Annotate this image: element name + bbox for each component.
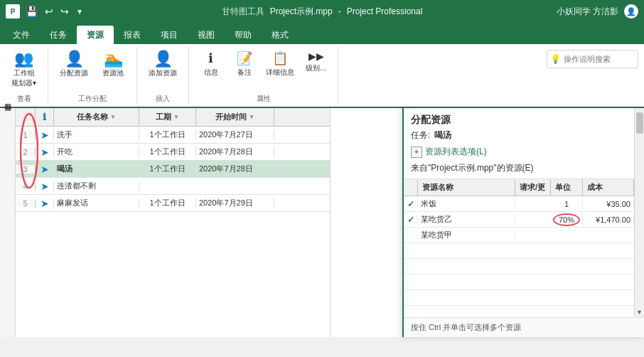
th-task-name-label: 任务名称 [77,112,108,122]
info-label: 信息 [204,68,218,78]
th-duration-label: 工期 [156,112,171,122]
assign-resources-panel: 分配资源 任务: 喝汤 + 资源列表选项(L) 来自"Project示例.mpp… [402,108,644,337]
search-input[interactable] [564,55,635,63]
th-task-name[interactable]: 任务名称 ▼ [54,108,139,126]
td-row-num-3: 3 [16,165,36,174]
ribbon-group-insert-label: 插入 [143,92,183,104]
panel-options-row[interactable]: 资源列表选项(L) [425,144,487,159]
user-avatar[interactable]: 👤 [624,4,638,18]
details-label: 详细信息 [266,68,294,78]
td-row-num-4: 4 [16,182,36,191]
add-resource-button[interactable]: 👤 添加资源 [143,48,183,81]
main-area: 甘特图 ℹ 任务名称 ▼ 工期 ▼ 开始时间 ▼ [0,108,644,337]
dash-separator: - [338,6,341,16]
tab-view[interactable]: 视图 [188,26,225,44]
resource-row[interactable]: ✓ 米饭 1 ¥35.00 [404,196,644,212]
tab-help[interactable]: 帮助 [225,26,262,44]
td-row-num-2: 2 [16,148,36,156]
resource-row[interactable]: ✓ 某吃货乙 70% ¥1,470.00 [404,212,644,228]
resource-row [404,306,644,317]
rth-units: 单位 [551,179,583,196]
rtd-units-1: 1 [551,200,583,208]
td-start-1: 2020年7月27日 [196,129,274,140]
td-row-num-5: 5 [16,199,36,208]
panel-scrollbar[interactable]: ▼ [634,108,644,317]
td-flag-2: ➤ [36,146,54,158]
th-row-num [16,108,36,126]
rth-cost: 成本 [583,179,634,196]
title-bar-center: 甘特图工具 Project示例.mpp - Project Profession… [222,6,423,18]
table-row[interactable]: 2 ➤ 开吃 1个工作日 2020年7月28日 [16,144,330,161]
table-row[interactable]: 1 ➤ 洗手 1个工作日 2020年7月27日 [16,127,330,144]
workgroup-planner-button[interactable]: 👥 工作组规划器▾ [6,48,42,91]
scrollbar-thumb[interactable] [636,112,643,134]
panel-options-label: 资源列表选项(L) [425,146,487,158]
th-start-label: 开始时间 [215,112,247,122]
resource-row[interactable]: 某吃货甲 [404,228,644,243]
app-name: Project Professional [347,6,423,16]
gantt-tool-label: 甘特图工具 [222,6,264,18]
pool-label: 资源池 [102,68,124,78]
td-row-num-1: 1 [16,131,36,139]
user-name: 小妖同学 方洁影 [557,6,618,18]
redo-icon[interactable]: ↪ [59,4,70,18]
tab-task[interactable]: 任务 [40,26,77,44]
task-arrow-icon-2: ➤ [41,146,49,158]
td-duration-3: 1个工作日 [139,164,196,174]
rtd-name-3: 某吃货甲 [418,230,515,240]
td-flag-4: ➤ [36,181,54,192]
quick-access-dropdown[interactable]: ▼ [75,6,85,17]
resource-row [404,275,644,290]
resource-row [404,243,644,259]
panel-expand-row: + 资源列表选项(L) [411,144,637,159]
table-row-selected[interactable]: 3 ➤ 喝汤 1个工作日 2020年7月28日 [16,161,330,178]
tab-project[interactable]: 项目 [151,26,188,44]
undo-icon[interactable]: ↩ [43,4,55,18]
resource-table-header: 资源名称 请求/更 单位 成本 [404,179,644,196]
th-start-sort: ▼ [249,114,254,120]
task-arrow-icon-1: ➤ [41,129,49,141]
panel-task-name: 喝汤 [434,129,451,142]
search-bar[interactable]: 💡 [547,50,638,68]
scroll-down-arrow[interactable]: ▼ [636,309,643,316]
project-table: ℹ 任务名称 ▼ 工期 ▼ 开始时间 ▼ 1 ➤ 洗手 [16,108,330,337]
search-icon: 💡 [550,54,561,64]
table-row[interactable]: 4 ➤ 连渣都不剩 [16,178,330,195]
notes-button[interactable]: 📝 备注 [228,48,260,80]
resource-row [404,290,644,306]
rth-check [404,179,418,196]
td-name-1: 洗手 [54,129,139,140]
th-duration[interactable]: 工期 ▼ [139,108,196,126]
assign-resources-button[interactable]: 👤 分配资源 [54,48,94,81]
pool-icon: 🏊 [104,51,123,67]
panel-expand-button[interactable]: + [411,146,422,158]
td-flag-5: ➤ [36,198,54,209]
workgroup-label: 工作组规划器▾ [11,68,36,88]
rtd-cost-1: ¥35.00 [583,200,634,208]
task-arrow-icon-3: ➤ [41,164,49,175]
save-icon[interactable]: 💾 [24,4,39,18]
ribbon-group-insert-items: 👤 添加资源 [143,47,183,92]
resource-pool-button[interactable]: 🏊 资源池 [95,48,131,81]
rtd-check-2: ✓ [404,215,418,225]
ribbon-group-assign: 👤 分配资源 🏊 资源池 工作分配 [54,47,137,104]
sidebar-gantt[interactable]: 甘特图 [1,114,14,119]
level-button[interactable]: ▶▶ 级别... [300,48,332,75]
tab-file[interactable]: 文件 [3,26,40,44]
tab-resource[interactable]: 资源 [77,26,114,44]
th-start[interactable]: 开始时间 ▼ [196,108,274,126]
ribbon-group-view: 👥 工作组规划器▾ 查看 [6,47,48,104]
details-button[interactable]: 📋 详细信息 [262,48,299,80]
tab-format[interactable]: 格式 [262,26,299,44]
panel-footer: 按住 Ctrl 并单击可选择多个资源 [404,317,644,337]
table-row[interactable]: 5 ➤ 麻麻发话 1个工作日 2020年7月29日 [16,195,330,212]
rth-name: 资源名称 [418,179,515,196]
add-resource-label: 添加资源 [149,68,177,78]
rtd-units-2: 70% [551,213,583,226]
details-icon: 📋 [272,50,288,66]
info-button[interactable]: ℹ 信息 [195,48,227,80]
tab-report[interactable]: 报表 [114,26,151,44]
td-start-2: 2020年7月28日 [196,146,274,157]
td-name-3: 喝汤 [54,164,139,174]
ribbon-group-view-items: 👥 工作组规划器▾ [6,47,42,92]
